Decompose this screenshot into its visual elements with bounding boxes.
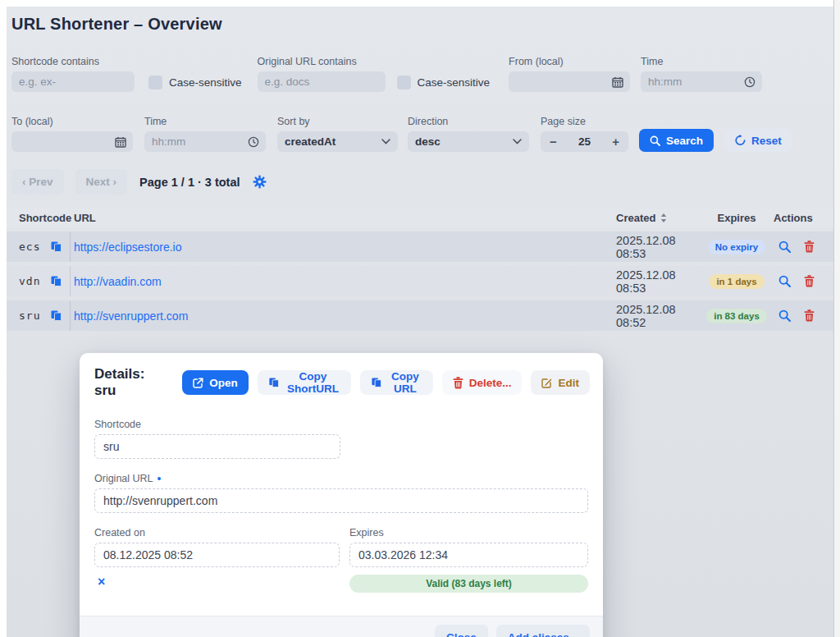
from-date-label: From (local) (509, 56, 630, 67)
chevron-down-icon (513, 139, 522, 144)
url-link[interactable]: http://svenruppert.com (74, 309, 188, 323)
close-button[interactable]: Close (435, 625, 488, 637)
dialog-shortcode-label: Shortcode (94, 419, 340, 430)
dialog-created-on-input[interactable] (94, 543, 340, 567)
table-row[interactable]: ecs https://eclipsestore.io 2025.12.08 0… (7, 231, 833, 262)
search-button-label: Search (666, 135, 703, 147)
dialog-shortcode-input[interactable] (94, 434, 340, 459)
original-url-contains-input[interactable] (258, 71, 386, 92)
created-value: 2025.12.08 08:53 (609, 231, 700, 262)
calendar-icon[interactable] (115, 136, 126, 148)
calendar-icon[interactable] (612, 76, 623, 88)
header-created[interactable]: Created (609, 209, 700, 227)
shortcode-contains-field: Shortcode contains (11, 56, 135, 92)
original-url-contains-label: Original URL contains (258, 56, 386, 67)
sort-by-field: Sort by createdAt (277, 116, 398, 152)
delete-button[interactable]: Delete... (442, 370, 523, 395)
dialog-body: Shortcode Original URL • Created on Expi… (80, 409, 603, 604)
search-button[interactable]: Search (639, 129, 714, 152)
from-time-field: Time (641, 56, 762, 92)
increase-button[interactable]: + (610, 135, 621, 149)
header-actions: Actions (767, 209, 833, 227)
case-sensitive-shortcode-checkbox[interactable] (148, 76, 162, 89)
details-dialog: Details: sru Open Copy ShortURL Copy URL… (80, 353, 603, 637)
copy-shortcode-icon[interactable] (50, 275, 62, 287)
settings-gear-icon[interactable] (253, 175, 267, 189)
delete-button-label: Delete... (469, 377, 512, 389)
case-sensitive-url-label: Case-sensitive (418, 76, 491, 89)
edit-button-label: Edit (558, 377, 579, 389)
case-sensitive-shortcode-group: Case-sensitive (148, 76, 242, 89)
created-value: 2025.12.08 08:53 (609, 266, 700, 296)
table-row[interactable]: sru http://svenruppert.com 2025.12.08 08… (7, 300, 833, 331)
dialog-header: Details: sru Open Copy ShortURL Copy URL… (80, 353, 603, 409)
url-link[interactable]: https://eclipsestore.io (74, 241, 182, 254)
copy-url-button[interactable]: Copy URL (360, 370, 433, 395)
next-page-button[interactable]: Next › (75, 169, 128, 195)
close-x-icon[interactable]: × (98, 576, 105, 588)
copy-shortcode-icon[interactable] (50, 309, 62, 322)
copy-shorturl-button[interactable]: Copy ShortURL (258, 370, 351, 395)
required-dot: • (158, 474, 162, 483)
header-url: URL (71, 209, 609, 227)
external-link-icon (193, 378, 203, 388)
copy-shortcode-icon[interactable] (50, 241, 62, 253)
page-size-stepper: − 25 + (541, 131, 628, 152)
delete-row-icon[interactable] (804, 275, 815, 287)
expires-badge: in 1 days (709, 274, 764, 289)
chevron-down-icon (381, 139, 390, 144)
url-link[interactable]: http://vaadin.com (74, 275, 162, 288)
clock-icon[interactable] (248, 136, 259, 148)
edit-button[interactable]: Edit (531, 370, 590, 395)
delete-row-icon[interactable] (804, 241, 815, 253)
sort-by-select[interactable]: createdAt (277, 131, 398, 152)
table-row[interactable]: vdn http://vaadin.com 2025.12.08 08:53 i… (7, 266, 833, 296)
dialog-shortcode-field: Shortcode (94, 419, 340, 459)
delete-row-icon[interactable] (804, 309, 815, 322)
expires-badge: No expiry (708, 240, 765, 254)
page-status: Page 1 / 1 · 3 total (139, 176, 240, 189)
shortcode-value: vdn (19, 275, 40, 287)
decrease-button[interactable]: − (548, 135, 559, 149)
prev-page-button[interactable]: ‹ Prev (11, 169, 64, 195)
to-date-field: To (local) (11, 116, 133, 152)
sort-by-label: Sort by (277, 116, 398, 127)
case-sensitive-url-checkbox[interactable] (397, 76, 411, 89)
open-button-label: Open (209, 377, 238, 389)
page-size-label: Page size (541, 116, 628, 127)
view-details-icon[interactable] (778, 241, 791, 253)
reset-icon (734, 135, 746, 146)
direction-field: Direction desc (408, 116, 529, 152)
case-sensitive-url-group: Case-sensitive (397, 76, 491, 89)
copy-icon (371, 377, 382, 388)
open-button[interactable]: Open (182, 370, 249, 395)
results-table: Shortcode URL Created Expires Actions ec… (7, 209, 833, 331)
created-value: 2025.12.08 08:52 (609, 300, 700, 331)
header-shortcode: Shortcode (7, 209, 71, 227)
clock-icon[interactable] (744, 76, 756, 88)
shortcode-value: sru (19, 309, 40, 322)
add-aliases-button[interactable]: Add aliases... (496, 625, 590, 637)
direction-label: Direction (408, 116, 529, 127)
shortcode-contains-input[interactable] (11, 71, 135, 92)
dialog-created-on-field: Created on (94, 527, 340, 567)
dialog-title: Details: sru (94, 366, 149, 399)
expires-badge: in 83 days (706, 309, 767, 323)
dialog-original-url-label: Original URL (94, 473, 153, 484)
sort-by-value: createdAt (285, 135, 336, 148)
shortcode-contains-label: Shortcode contains (11, 56, 135, 67)
view-details-icon[interactable] (778, 309, 791, 322)
to-time-label: Time (144, 116, 266, 127)
original-url-contains-field: Original URL contains (258, 56, 386, 92)
validity-badge: Valid (83 days left) (349, 575, 588, 593)
reset-button[interactable]: Reset (724, 129, 792, 152)
view-details-icon[interactable] (778, 275, 791, 287)
dialog-created-on-label: Created on (94, 527, 340, 538)
search-icon (650, 135, 660, 146)
case-sensitive-shortcode-label: Case-sensitive (169, 76, 242, 89)
scrollbar-gutter[interactable] (833, 0, 840, 637)
dialog-original-url-input[interactable] (94, 488, 588, 513)
direction-select[interactable]: desc (408, 131, 529, 152)
reset-button-label: Reset (751, 135, 782, 147)
dialog-expires-input[interactable] (349, 543, 588, 567)
